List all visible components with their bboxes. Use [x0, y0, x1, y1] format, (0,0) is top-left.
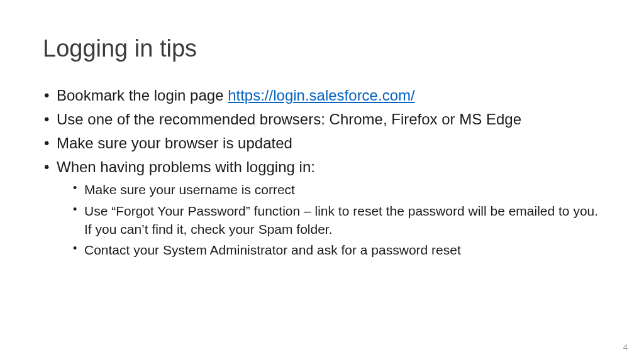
sub-bullet-3: Contact your System Administrator and as… — [57, 241, 601, 259]
bullet-item-3: Make sure your browser is updated — [43, 133, 601, 154]
login-link[interactable]: https://login.salesforce.com/ — [228, 87, 414, 104]
slide-title: Logging in tips — [43, 35, 601, 62]
sub-bullet-2: Use “Forgot Your Password” function – li… — [57, 202, 601, 239]
bullet-item-2: Use one of the recommended browsers: Chr… — [43, 109, 601, 130]
bullet-1-text: Bookmark the login page — [57, 87, 228, 104]
slide: Logging in tips Bookmark the login page … — [0, 0, 644, 287]
bullet-item-1: Bookmark the login page https://login.sa… — [43, 85, 601, 106]
page-number: 4 — [623, 343, 628, 352]
sub-bullet-1: Make sure your username is correct — [57, 180, 601, 199]
bullet-4-text: When having problems with logging in: — [57, 158, 315, 175]
bullet-item-4: When having problems with logging in: Ma… — [43, 156, 601, 260]
sub-bullet-list: Make sure your username is correct Use “… — [57, 180, 601, 260]
bullet-list: Bookmark the login page https://login.sa… — [43, 85, 601, 260]
